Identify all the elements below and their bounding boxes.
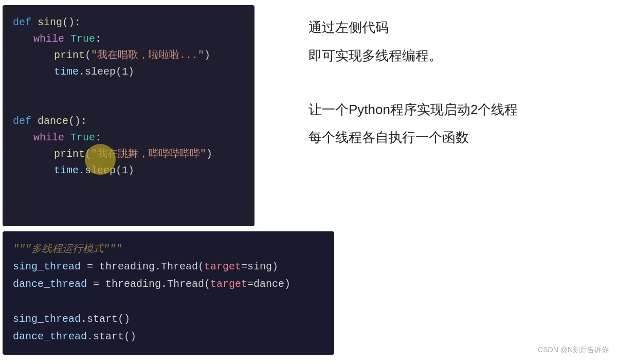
fn-print-1: print	[54, 49, 85, 61]
code-line-3: print("我在唱歌，啦啦啦...")	[13, 47, 244, 64]
string-sing: "我在唱歌，啦啦啦..."	[91, 49, 204, 61]
assign-1: = threading.Thread(	[81, 261, 204, 272]
var-dance-thread: dance_thread	[13, 278, 87, 290]
code-line-8: time.sleep(1)	[13, 162, 244, 179]
close-paren-2: )	[206, 148, 212, 160]
keyword-true-2: True	[70, 132, 95, 143]
sleep-2: .sleep(1)	[79, 165, 134, 176]
watermark: CSDN @N刻后告诉你	[538, 345, 609, 355]
param-target-1: target	[204, 261, 241, 272]
code-line-1: def sing():	[13, 14, 244, 31]
left-panel: def sing(): while True: print("我在唱歌，啦啦啦.…	[0, 0, 267, 364]
code-line-7: print("我在跳舞，哔哔哔哔哔")	[13, 146, 244, 162]
var-sing-thread: sing_thread	[13, 261, 81, 272]
code-line-2: while True:	[13, 31, 244, 47]
fn-time-2: time	[54, 165, 79, 176]
keyword-while: while	[33, 33, 70, 45]
right-panel: 通过左侧代码 即可实现多线程编程。 让一个Python程序实现启动2个线程 每个…	[267, 0, 618, 364]
code-line-6: while True:	[13, 130, 244, 146]
open-paren: (	[85, 49, 91, 61]
comment-text: """多线程运行模式"""	[13, 243, 122, 255]
sleep-1: .sleep(1)	[79, 66, 134, 78]
colon: :	[95, 33, 101, 45]
code-block-top: def sing(): while True: print("我在唱歌，啦啦啦.…	[3, 5, 255, 226]
fn-print-2: print	[54, 148, 85, 160]
start-2: .start()	[87, 331, 136, 342]
keyword-while-2: while	[33, 132, 70, 143]
code-line-blank1	[13, 80, 244, 97]
param-target-2: target	[210, 278, 247, 290]
desc-line-2: 即可实现多线程编程。	[308, 44, 603, 68]
open-paren-2: (	[85, 148, 91, 160]
colon-2: :	[95, 132, 101, 143]
paren-colon: ():	[62, 16, 81, 28]
fn-time-1: time	[54, 66, 79, 78]
start-1: .start()	[81, 313, 130, 325]
function-name-dance: dance	[38, 115, 68, 127]
desc-line-1: 通过左侧代码	[308, 15, 603, 40]
assign-2: = threading.Thread(	[87, 278, 210, 290]
function-name-sing: sing	[38, 16, 62, 28]
code-line-5: def dance():	[13, 113, 244, 130]
desc-line-3: 让一个Python程序实现启动2个线程	[308, 98, 603, 122]
var-dance-start: dance_thread	[13, 331, 87, 342]
desc-line-4: 每个线程各自执行一个函数	[308, 125, 603, 150]
keyword-def-2: def	[13, 115, 38, 127]
keyword-def: def	[13, 16, 38, 28]
close-paren: )	[204, 49, 210, 61]
var-sing-start: sing_thread	[13, 313, 81, 325]
string-dance: "我在跳舞，哔哔哔哔哔"	[91, 148, 206, 160]
code-line-4: time.sleep(1)	[13, 64, 244, 80]
keyword-true: True	[70, 33, 95, 45]
code-line-blank2	[13, 97, 244, 113]
paren-colon-2: ():	[68, 115, 87, 127]
